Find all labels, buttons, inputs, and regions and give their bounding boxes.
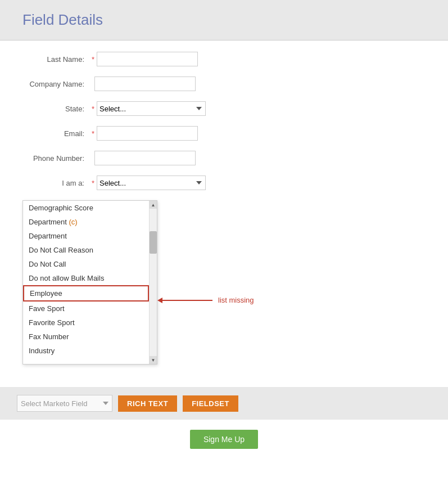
scrollbar-track[interactable]: ▲ ▼ — [149, 201, 157, 364]
main-content: Last Name: * Company Name: State: * Sele… — [0, 40, 448, 381]
i-am-row: I am a: * Select... — [22, 176, 431, 190]
dropdown-item[interactable]: Employee — [23, 285, 149, 302]
phone-input[interactable] — [94, 151, 196, 165]
dropdown-scroll-wrapper: Demographic ScoreDepartment (c)Departmen… — [23, 201, 157, 364]
dropdown-item[interactable]: Fave Sport — [23, 302, 149, 316]
bottom-toolbar: Select Marketo Field RICH TEXT FIELDSET — [0, 387, 448, 420]
state-row: State: * Select... — [22, 101, 431, 116]
dropdown-item[interactable]: Do Not Call Reason — [23, 243, 149, 257]
i-am-required: * — [92, 179, 94, 187]
i-am-label: I am a: — [22, 179, 90, 187]
dropdown-items-list: Demographic ScoreDepartment (c)Departmen… — [23, 201, 149, 364]
page-header: Field Details — [0, 0, 448, 40]
company-name-label: Company Name: — [22, 80, 90, 88]
email-row: Email: * — [22, 126, 431, 141]
dropdown-item[interactable]: Do Not Call — [23, 257, 149, 271]
annotation-container: list missing — [162, 296, 254, 304]
last-name-label: Last Name: — [22, 55, 90, 64]
fieldset-button[interactable]: FIELDSET — [183, 395, 238, 412]
dropdown-list: Demographic ScoreDepartment (c)Departmen… — [22, 200, 157, 364]
email-input[interactable] — [97, 126, 198, 141]
form-area: Last Name: * Company Name: State: * Sele… — [22, 52, 431, 190]
dropdown-item[interactable]: Fax Number — [23, 330, 149, 344]
page-title: Field Details — [22, 11, 431, 29]
rich-text-button[interactable]: RICH TEXT — [118, 395, 177, 412]
last-name-row: Last Name: * — [22, 52, 431, 66]
state-label: State: — [22, 105, 90, 113]
sign-me-up-button[interactable]: Sign Me Up — [190, 430, 258, 449]
last-name-input[interactable] — [97, 52, 198, 66]
company-name-row: Company Name: — [22, 76, 431, 91]
i-am-select[interactable]: Select... — [97, 176, 206, 190]
sign-me-up-row: Sign Me Up — [0, 420, 448, 459]
email-required: * — [92, 129, 94, 138]
dropdown-item[interactable]: Demographic Score — [23, 201, 149, 215]
dropdown-item[interactable]: Department (c) — [23, 215, 149, 229]
dropdown-item[interactable]: Do not allow Bulk Mails — [23, 271, 149, 285]
state-required: * — [92, 105, 94, 113]
company-name-input[interactable] — [94, 76, 196, 91]
annotation-arrow-line — [162, 300, 212, 301]
dropdown-item[interactable]: Department — [23, 229, 149, 243]
marketo-field-select[interactable]: Select Marketo Field — [17, 395, 112, 412]
scroll-up-arrow[interactable]: ▲ — [150, 201, 157, 209]
dropdown-item[interactable]: Favorite Sport — [23, 316, 149, 330]
email-label: Email: — [22, 129, 90, 138]
dropdown-item[interactable]: Industry — [23, 344, 149, 358]
phone-row: Phone Number: — [22, 151, 431, 165]
phone-label: Phone Number: — [22, 154, 90, 163]
scrollbar-thumb[interactable] — [150, 231, 157, 254]
last-name-required: * — [92, 55, 94, 64]
state-select[interactable]: Select... — [97, 101, 206, 116]
annotation-text: list missing — [218, 296, 254, 304]
dropdown-area: Demographic ScoreDepartment (c)Departmen… — [22, 200, 431, 364]
scroll-down-arrow[interactable]: ▼ — [150, 356, 157, 364]
